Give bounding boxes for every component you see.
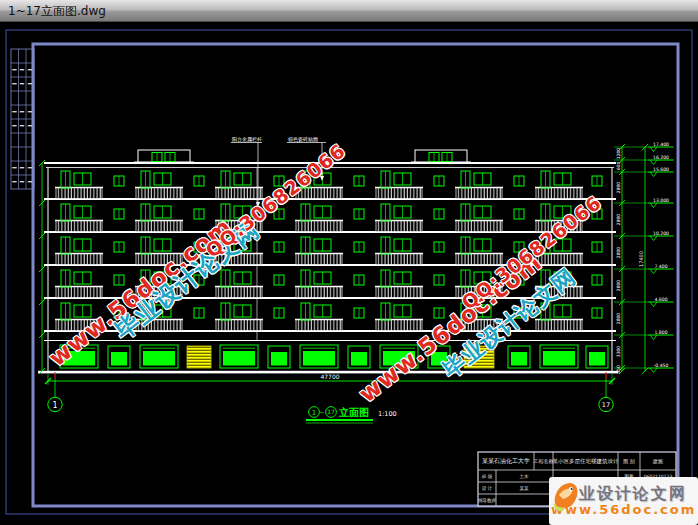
window-titlebar[interactable]: 1~17立面图.dwg [0,0,698,22]
title-scale: 1:100 [378,410,397,418]
svg-text:17.400: 17.400 [653,142,669,147]
svg-text:13.000: 13.000 [653,198,669,203]
svg-text:1200: 1200 [616,148,621,160]
tb-project-name: 某小区多层住宅楼建筑设计 [553,458,620,465]
site-logo: 毕业设计论文网 www.56doc.com [549,477,698,525]
tb-row1-value: 某某 [520,486,530,491]
svg-text:4.600: 4.600 [654,297,667,302]
svg-text:15.600: 15.600 [653,167,669,172]
svg-text:2800: 2800 [616,280,621,292]
svg-text:2800: 2800 [616,182,621,194]
axis-bubble-right: 17 [602,401,610,409]
total-width-dim: 47700 [320,373,339,380]
svg-text:2800: 2800 [616,313,621,325]
svg-text:17400: 17400 [638,251,644,267]
annotation-label-2: 棕色瓷砖贴面 [288,136,318,143]
svg-text:2800: 2800 [616,214,621,226]
svg-text:600: 600 [616,162,621,171]
window-title: 1~17立面图.dwg [8,4,106,18]
title-axis-right: 17 [327,408,335,415]
drawing-canvas[interactable]: 1200600280028002800280028003300450174001… [0,22,698,525]
width-dimension: 47700 [45,373,615,385]
svg-text:-0.450: -0.450 [654,363,669,368]
logo-icon [549,477,583,513]
svg-text:2800: 2800 [616,247,621,259]
title-axis-left: 1 [312,409,316,417]
title-name: 立面图 [338,407,369,418]
svg-text:1.800: 1.800 [654,330,667,335]
tb-row0-label: 班 级 [482,474,493,479]
svg-text:10.200: 10.200 [653,231,669,236]
tb-category-label: 图 别 [623,458,635,465]
tb-university: 某某石油化工大学 [482,457,530,465]
drawing-title: 1 ~ 17 立面图 1:100 [306,407,397,423]
cad-viewport[interactable]: 1200600280028002800280028003300450174001… [0,22,698,525]
svg-text:450: 450 [616,365,621,374]
annotation-label-1: 阳台金属栏杆 [232,136,262,143]
svg-text:16.200: 16.200 [653,155,669,160]
tb-project-label: 工程名称 [534,458,554,464]
tb-row0-value: 土木 [520,474,530,479]
sheet-borders [6,30,692,514]
svg-text:7.400: 7.400 [654,264,667,269]
tb-category-value: 建施 [652,458,663,465]
building-elevation: 1200600280028002800280028003300450174001… [11,49,674,374]
title-tilde: ~ [319,409,325,417]
svg-text:3300: 3300 [616,346,621,358]
axis-bubble-left: 1 [52,401,57,410]
tb-row1-label: 设 计 [482,485,493,491]
